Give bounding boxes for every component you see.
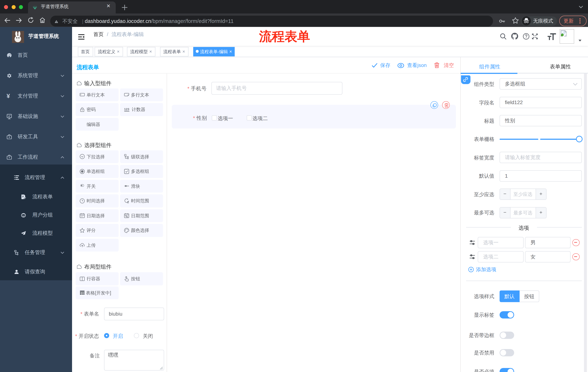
svg-text:123: 123 bbox=[124, 107, 129, 111]
